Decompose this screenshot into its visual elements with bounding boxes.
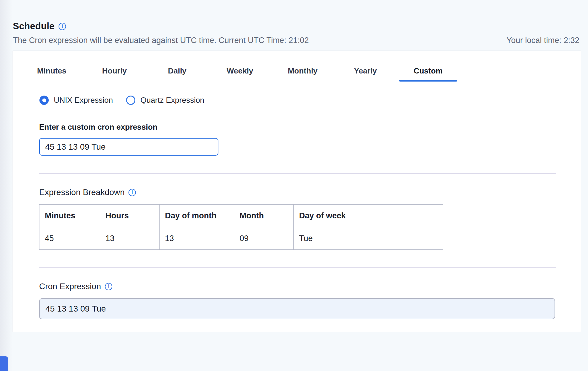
tab-monthly[interactable]: Monthly (271, 65, 334, 82)
col-header-month: Month (234, 205, 294, 227)
cron-expression-readonly-field: 45 13 13 09 Tue (39, 298, 555, 319)
tab-yearly[interactable]: Yearly (334, 65, 397, 82)
tab-monthly-label: Monthly (288, 66, 318, 76)
expression-breakdown-info-icon[interactable] (128, 189, 136, 196)
tab-custom-label: Custom (414, 66, 443, 76)
tab-weekly[interactable]: Weekly (209, 65, 271, 82)
schedule-header: Schedule The Cron expression will be eva… (13, 21, 579, 45)
tab-minutes[interactable]: Minutes (20, 65, 83, 82)
col-header-day-of-month: Day of month (160, 205, 234, 227)
schedule-info-icon[interactable] (59, 23, 66, 30)
radio-unselected-icon[interactable] (126, 96, 135, 105)
col-header-hours: Hours (100, 205, 160, 227)
utc-time-description: The Cron expression will be evaluated ag… (13, 36, 309, 45)
tab-daily[interactable]: Daily (146, 65, 209, 82)
expression-type-radios: UNIX Expression Quartz Expression (39, 96, 204, 105)
quartz-expression-radio[interactable]: Quartz Expression (126, 96, 204, 105)
quartz-expression-label: Quartz Expression (140, 96, 204, 105)
unix-expression-radio[interactable]: UNIX Expression (39, 96, 113, 105)
custom-cron-input[interactable] (39, 138, 218, 156)
active-tab-underline (399, 80, 457, 82)
tab-yearly-label: Yearly (354, 66, 377, 76)
local-time-text: Your local time: 2:32 (506, 36, 579, 45)
cron-expression-info-icon[interactable] (105, 283, 112, 290)
cell-hours: 13 (100, 227, 160, 250)
unix-expression-label: UNIX Expression (54, 96, 113, 105)
cell-minutes: 45 (39, 227, 100, 250)
tab-minutes-label: Minutes (37, 66, 66, 76)
table-row: 45 13 13 09 Tue (39, 227, 443, 250)
tab-weekly-label: Weekly (226, 66, 253, 76)
expression-breakdown-table: Minutes Hours Day of month Month Day of … (39, 204, 443, 250)
section-divider (39, 267, 556, 268)
left-edge-shadow (0, 0, 13, 371)
expression-breakdown-title: Expression Breakdown (39, 188, 125, 197)
cron-expression-title: Cron Expression (39, 282, 101, 291)
table-header-row: Minutes Hours Day of month Month Day of … (39, 205, 443, 227)
schedule-card: Minutes Hourly Daily Weekly Monthly Year… (12, 50, 581, 332)
cell-day-of-week: Tue (294, 227, 443, 250)
section-divider (39, 173, 556, 174)
tab-hourly[interactable]: Hourly (83, 65, 146, 82)
tab-daily-label: Daily (168, 66, 186, 76)
chat-widget-fragment[interactable] (0, 356, 8, 371)
custom-cron-label: Enter a custom cron expression (39, 122, 157, 132)
tab-hourly-label: Hourly (102, 66, 127, 76)
schedule-tab-bar: Minutes Hourly Daily Weekly Monthly Year… (20, 65, 460, 82)
cell-day-of-month: 13 (160, 227, 234, 250)
col-header-day-of-week: Day of week (294, 205, 443, 227)
page-title: Schedule (13, 21, 54, 32)
col-header-minutes: Minutes (39, 205, 100, 227)
tab-custom[interactable]: Custom (397, 65, 460, 82)
cron-expression-value: 45 13 13 09 Tue (45, 304, 106, 314)
cell-month: 09 (234, 227, 294, 250)
radio-selected-icon[interactable] (39, 96, 49, 105)
